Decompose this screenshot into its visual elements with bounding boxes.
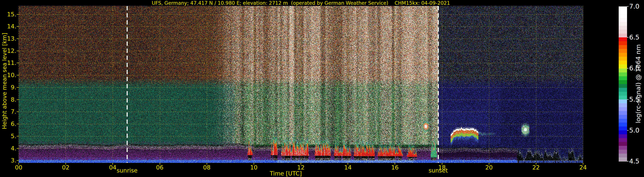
y-tick-mark — [17, 87, 19, 88]
y-tick-label: 12. — [0, 48, 16, 54]
colorbar-segment — [619, 119, 627, 123]
colorbar-tick-mark — [627, 6, 628, 7]
colorbar-tick-label: 4.5 — [629, 158, 644, 164]
colorbar-segment — [619, 26, 627, 30]
y-tick-label: 14. — [0, 23, 16, 30]
y-tick-mark — [17, 51, 19, 51]
y-tick-mark — [17, 14, 19, 15]
colorbar-tick-mark — [627, 37, 628, 38]
y-tick-label: 8. — [0, 96, 16, 103]
colorbar-segment — [619, 7, 627, 10]
colorbar-segment — [619, 126, 627, 130]
colorbar-tick-mark — [627, 161, 628, 161]
colorbar-segment — [619, 76, 627, 80]
colorbar-segment — [619, 14, 627, 18]
y-tick-label: 7. — [0, 108, 16, 115]
colorbar-segment — [619, 53, 627, 57]
x-tick-label: 02 — [57, 164, 74, 170]
colorbar-segment — [619, 99, 627, 103]
colorbar-segment — [619, 142, 627, 146]
colorbar-segment — [619, 138, 627, 142]
y-tick-mark — [17, 124, 19, 124]
y-tick-mark — [17, 63, 19, 63]
y-tick-label: 9. — [0, 84, 16, 91]
ceilometer-quicklook-panel: UFS, Germany; 47.417 N / 10.980 E; eleva… — [0, 0, 644, 177]
colorbar-tick-label: 6.5 — [629, 34, 644, 41]
x-tick-mark — [583, 163, 583, 164]
colorbar-tick-label: 6.0 — [629, 65, 644, 72]
x-tick-label: 04 — [104, 164, 121, 170]
x-axis-label: Time [UTC] — [254, 170, 318, 177]
colorbar-segment — [619, 45, 627, 49]
x-tick-label: 00 — [10, 164, 27, 170]
y-tick-mark — [17, 111, 19, 112]
y-tick-label: 4. — [0, 145, 16, 152]
x-tick-mark — [207, 163, 207, 164]
x-tick-label: 14 — [339, 164, 356, 170]
x-tick-mark — [348, 163, 348, 164]
x-tick-mark — [442, 163, 442, 164]
colorbar-segment — [619, 134, 627, 138]
colorbar-tick-label: 7.0 — [629, 3, 644, 10]
colorbar-segment — [619, 34, 627, 37]
x-tick-label: 24 — [574, 164, 592, 170]
colorbar-segment — [619, 49, 627, 53]
x-tick-mark — [112, 163, 113, 164]
x-tick-mark — [18, 163, 19, 164]
colorbar-segment — [619, 96, 627, 99]
colorbar-tick-mark — [627, 99, 628, 100]
x-tick-mark — [254, 163, 254, 164]
colorbar-segment — [619, 69, 627, 72]
x-tick-mark — [160, 163, 160, 164]
y-tick-label: 11. — [0, 60, 16, 66]
colorbar-segment — [619, 37, 627, 41]
x-tick-label: 06 — [151, 164, 168, 170]
colorbar-segment — [619, 115, 627, 119]
colorbar-segment — [619, 22, 627, 26]
y-tick-mark — [17, 148, 19, 149]
colorbar-segment — [619, 153, 627, 157]
sunrise-line — [126, 6, 128, 163]
colorbar-segment — [619, 88, 627, 92]
y-tick-mark — [17, 160, 19, 161]
backscatter-heatmap-canvas — [19, 6, 583, 163]
x-tick-label: 20 — [480, 164, 498, 170]
y-tick-label: 6. — [0, 121, 16, 127]
colorbar-segment — [619, 111, 627, 115]
colorbar-segment — [619, 30, 627, 34]
colorbar-segment — [619, 57, 627, 61]
colorbar-segment — [619, 84, 627, 88]
x-tick-mark — [489, 163, 489, 164]
y-tick-mark — [17, 26, 19, 27]
x-tick-label: 10 — [245, 164, 262, 170]
y-tick-label: 13. — [0, 36, 16, 42]
colorbar-segment — [619, 72, 627, 76]
colorbar-segment — [619, 150, 627, 153]
y-tick-mark — [17, 39, 19, 39]
colorbar-segment — [619, 64, 627, 68]
x-tick-mark — [301, 163, 301, 164]
y-tick-label: 5. — [0, 133, 16, 139]
y-tick-mark — [17, 75, 19, 75]
y-tick-mark — [17, 99, 19, 100]
colorbar-segment — [619, 10, 627, 14]
y-tick-label: 3. — [0, 157, 16, 164]
y-tick-label: 10. — [0, 72, 16, 78]
chart-title: UFS, Germany; 47.417 N / 10.980 E; eleva… — [19, 0, 583, 6]
x-tick-label: 12 — [292, 164, 310, 170]
colorbar-segment — [619, 18, 627, 22]
colorbar-segment — [619, 92, 627, 96]
colorbar-segment — [619, 157, 627, 161]
colorbar-tick-label: 5.5 — [629, 96, 644, 103]
colorbar-segment — [619, 130, 627, 134]
colorbar-segment — [619, 123, 627, 126]
colorbar-tick-mark — [627, 130, 628, 131]
x-tick-label: 22 — [528, 164, 545, 170]
colorbar-segment — [619, 103, 627, 107]
colorbar-segment — [619, 80, 627, 84]
x-tick-label: 18 — [434, 164, 451, 170]
colorbar-title: log(rc-signal) @ 1064 nm — [634, 44, 642, 123]
x-tick-mark — [66, 163, 66, 164]
y-tick-mark — [17, 136, 19, 136]
sunset-line — [438, 6, 439, 163]
